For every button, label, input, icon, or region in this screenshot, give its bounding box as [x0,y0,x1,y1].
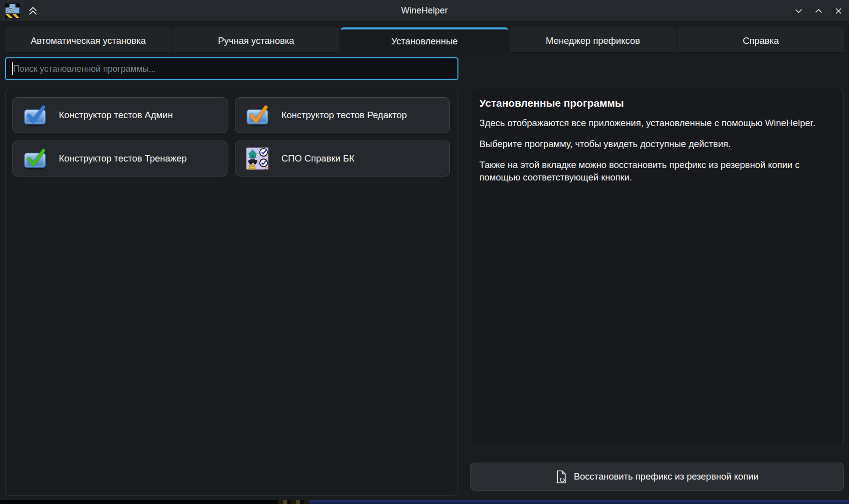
tab-installed[interactable]: Установленные [341,27,508,53]
installed-programs-panel: Конструктор тестов Админ Конструктор тес… [5,89,457,496]
restore-prefix-button[interactable]: Восстановить префикс из резервной копии [470,463,844,491]
tab-prefix-manager[interactable]: Менеджер префиксов [510,27,676,53]
spravki-collage-icon: 2.5 [245,147,269,170]
minimize-button[interactable] [792,4,805,17]
program-label: СПО Справки БК [281,153,354,164]
info-panel: Установленные программы Здесь отображают… [470,89,844,446]
version-badge: 2.5 [264,167,269,170]
info-paragraph: Выберите программу, чтобы увидеть доступ… [479,138,835,151]
tab-label: Автоматическая установка [30,35,146,46]
tab-label: Ручная установка [218,35,294,46]
checkbox-check-icon [23,147,47,170]
close-x-icon [834,6,843,15]
text-caret [12,62,13,75]
tab-label: Справка [743,35,779,46]
info-paragraph: Здесь отображаются все приложения, устан… [479,117,835,130]
desktop-strip-left [278,500,309,504]
program-card-konstruktor-admin[interactable]: Конструктор тестов Админ [12,97,227,133]
chevron-up-icon [814,6,823,15]
tab-label: Установленные [391,36,457,47]
program-label: Конструктор тестов Тренажер [59,153,187,164]
desktop-strip [0,500,849,504]
checkbox-check-icon [23,104,47,127]
chevron-double-up-icon [27,6,38,16]
tab-auto-install[interactable]: Автоматическая установка [5,27,172,53]
search-input[interactable]: Поиск установленной программы... [5,57,458,80]
document-restore-icon [555,470,567,484]
info-panel-title: Установленные программы [479,97,835,109]
checkbox-check-icon [245,104,269,127]
hazard-stripes [5,13,19,18]
info-paragraph: Также на этой вкладке можно восстановить… [479,159,835,184]
shade-window-button[interactable] [26,4,40,18]
tab-label: Менеджер префиксов [546,35,640,46]
program-label: Конструктор тестов Редактор [281,110,407,121]
tab-help[interactable]: Справка [677,27,844,53]
winehelper-window: ⚙ WineHelper [0,0,849,504]
program-card-konstruktor-trenazher[interactable]: Конструктор тестов Тренажер [12,141,227,176]
desktop-strip-right [309,500,849,504]
chevron-down-icon [794,6,803,15]
tab-manual-install[interactable]: Ручная установка [173,27,340,53]
close-button[interactable] [832,4,845,17]
search-placeholder: Поиск установленной программы... [13,64,156,74]
window-controls [792,0,845,22]
scaffold-bar [5,4,19,7]
restore-button-label: Восстановить префикс из резервной копии [574,471,759,482]
titlebar: ⚙ WineHelper [0,0,849,22]
maximize-button[interactable] [812,4,825,17]
tab-bar: Автоматическая установка Ручная установк… [5,27,844,53]
app-menu-icon[interactable]: ⚙ [5,3,20,18]
program-label: Конструктор тестов Админ [59,110,173,121]
program-card-spo-spravki-bk[interactable]: 2.5 СПО Справки БК [235,141,450,176]
window-title: WineHelper [0,5,849,16]
program-card-konstruktor-redaktor[interactable]: Конструктор тестов Редактор [235,97,450,133]
